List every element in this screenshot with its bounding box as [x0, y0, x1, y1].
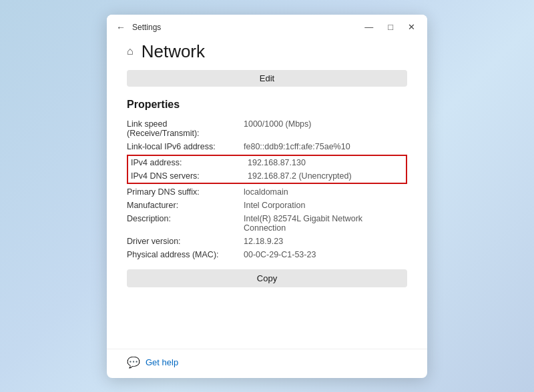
prop-value: Intel(R) 82574L Gigabit NetworkConnectio…	[244, 212, 407, 235]
table-row: Physical address (MAC): 00-0C-29-C1-53-2…	[127, 248, 407, 261]
prop-value: Intel Corporation	[244, 199, 407, 212]
prop-value: 12.18.9.23	[244, 235, 407, 248]
main-content: ⌂ Network Edit Properties Link speed (Re…	[107, 39, 427, 349]
close-button[interactable]: ✕	[405, 21, 418, 33]
edit-button[interactable]: Edit	[127, 70, 407, 87]
maximize-button[interactable]: □	[385, 21, 396, 33]
copy-button[interactable]: Copy	[127, 269, 407, 287]
prop-value: 192.168.87.130	[248, 158, 306, 167]
home-icon: ⌂	[127, 45, 134, 57]
page-header: ⌂ Network	[127, 41, 407, 62]
prop-value: 192.168.87.2 (Unencrypted)	[248, 171, 352, 181]
table-row: Manufacturer: Intel Corporation	[127, 199, 407, 212]
prop-label: IPv4 address:	[131, 158, 248, 167]
prop-value: 1000/1000 (Mbps)	[244, 117, 407, 140]
properties-section-title: Properties	[127, 99, 407, 111]
table-row: Description: Intel(R) 82574L Gigabit Net…	[127, 212, 407, 235]
help-chat-icon: 💬	[127, 356, 140, 369]
prop-label: Manufacturer:	[127, 199, 244, 212]
prop-value: fe80::ddb9:1cff:afe:75ae%10	[244, 140, 407, 153]
table-row: Link-local IPv6 address: fe80::ddb9:1cff…	[127, 140, 407, 153]
table-row: IPv4 address: 192.168.87.130	[128, 156, 406, 169]
highlighted-rows: IPv4 address: 192.168.87.130 IPv4 DNS se…	[127, 155, 407, 184]
get-help-link[interactable]: Get help	[146, 357, 178, 367]
prop-label: Link-local IPv6 address:	[127, 140, 244, 153]
title-bar-controls: — □ ✕	[362, 21, 418, 33]
minimize-button[interactable]: —	[362, 21, 376, 33]
prop-value: 00-0C-29-C1-53-23	[244, 248, 407, 261]
back-arrow-icon[interactable]: ←	[116, 22, 125, 33]
table-row: Primary DNS suffix: localdomain	[127, 185, 407, 199]
settings-window: ← Settings — □ ✕ ⌂ Network Edit Properti…	[107, 15, 427, 378]
prop-label: Description:	[127, 212, 244, 235]
table-row: Link speed (Receive/Transmit): 1000/1000…	[127, 117, 407, 140]
prop-value: localdomain	[244, 185, 407, 199]
prop-label: Driver version:	[127, 235, 244, 248]
properties-table-bottom: Primary DNS suffix: localdomain Manufact…	[127, 185, 407, 261]
table-row: IPv4 DNS servers: 192.168.87.2 (Unencryp…	[128, 169, 406, 183]
prop-label: Physical address (MAC):	[127, 248, 244, 261]
prop-label: Primary DNS suffix:	[127, 185, 244, 199]
title-bar: ← Settings — □ ✕	[107, 15, 427, 39]
prop-label: IPv4 DNS servers:	[131, 171, 248, 181]
title-bar-left: ← Settings	[116, 22, 161, 33]
properties-table: Link speed (Receive/Transmit): 1000/1000…	[127, 117, 407, 153]
page-title: Network	[142, 41, 205, 62]
table-row: Driver version: 12.18.9.23	[127, 235, 407, 248]
window-title: Settings	[132, 23, 161, 32]
prop-label: Link speed (Receive/Transmit):	[127, 117, 244, 140]
footer: 💬 Get help	[107, 349, 427, 378]
